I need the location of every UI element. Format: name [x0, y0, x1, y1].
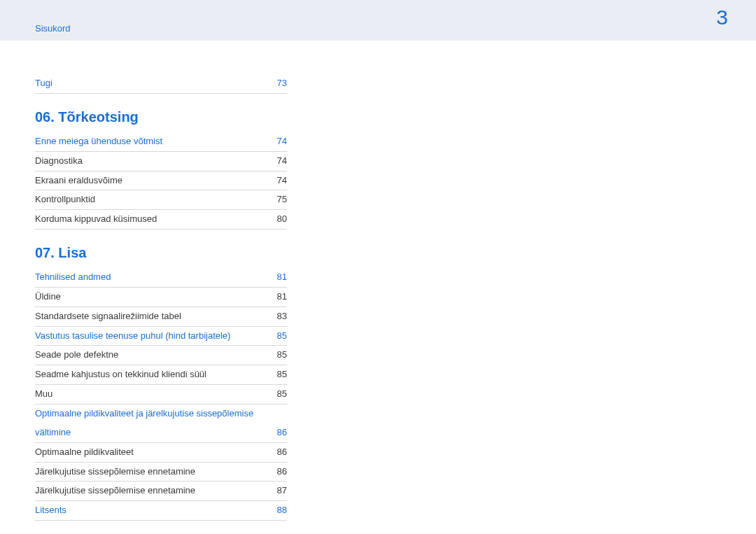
- toc-row: Standardsete signaalirežiimide tabel83: [35, 307, 287, 327]
- toc-row: Diagnostika74: [35, 152, 287, 171]
- section-title: 06. Tõrkeotsing: [35, 109, 287, 125]
- toc-row-page: 85: [267, 368, 287, 381]
- toc-row-page: 86: [267, 446, 287, 459]
- toc-row-page: 87: [267, 484, 287, 498]
- toc-row-page: 86: [267, 426, 287, 440]
- toc-row-label: Diagnostika: [35, 155, 267, 168]
- toc-row-label: Enne meiega ühenduse võtmist: [35, 135, 267, 148]
- toc-row-label: Korduma kippuvad küsimused: [35, 213, 267, 226]
- toc-row: Kontrollpunktid75: [35, 190, 287, 210]
- toc-row: Seade pole defektne85: [35, 346, 287, 365]
- toc-row-page: 85: [267, 349, 287, 362]
- toc-row-page: 75: [267, 193, 287, 206]
- toc-row[interactable]: Tehnilised andmed81: [35, 268, 287, 288]
- toc-row-label: Tugi: [35, 77, 267, 90]
- toc-row-page: 81: [267, 290, 287, 304]
- toc-row[interactable]: Enne meiega ühenduse võtmist74: [35, 132, 287, 152]
- toc-row: Muu85: [35, 385, 287, 405]
- toc-row-label: Vastutus tasulise teenuse puhul (hind ta…: [35, 330, 267, 343]
- toc-row[interactable]: vältimine86: [35, 423, 287, 443]
- toc-row-label: Üldine: [35, 290, 267, 304]
- toc-row-page: 80: [267, 213, 287, 226]
- toc-row-label: Optimaalne pildikvaliteet ja järelkujuti…: [35, 407, 267, 421]
- toc-content: Tugi7306. TõrkeotsingEnne meiega ühendus…: [0, 41, 287, 521]
- toc-row-page: 88: [267, 504, 287, 517]
- toc-row-label: Standardsete signaalirežiimide tabel: [35, 310, 267, 323]
- toc-row-label: Seade pole defektne: [35, 349, 267, 362]
- toc-row[interactable]: Tugi73: [35, 74, 287, 94]
- toc-row-page: 86: [267, 465, 287, 479]
- toc-row-label: Seadme kahjustus on tekkinud kliendi süü…: [35, 368, 267, 381]
- toc-row-label: Tehnilised andmed: [35, 271, 267, 284]
- toc-row-label: Litsents: [35, 504, 267, 517]
- toc-row-label: Järelkujutise sissepõlemise ennetamine: [35, 484, 267, 498]
- toc-row: Järelkujutise sissepõlemise ennetamine87: [35, 482, 287, 501]
- toc-row[interactable]: Litsents88: [35, 501, 287, 521]
- toc-row-label: Järelkujutise sissepõlemise ennetamine: [35, 465, 267, 479]
- toc-row-page: 73: [267, 77, 287, 90]
- toc-row-page: 85: [267, 388, 287, 401]
- toc-row: Optimaalne pildikvaliteet86: [35, 443, 287, 463]
- toc-row: Seadme kahjustus on tekkinud kliendi süü…: [35, 365, 287, 385]
- toc-row-page: 81: [267, 271, 287, 284]
- toc-row[interactable]: Optimaalne pildikvaliteet ja järelkujuti…: [35, 405, 287, 423]
- toc-row-page: 83: [267, 310, 287, 323]
- header-bar: Sisukord 3: [0, 0, 756, 41]
- toc-row: Üldine81: [35, 288, 287, 307]
- toc-row[interactable]: Vastutus tasulise teenuse puhul (hind ta…: [35, 327, 287, 346]
- toc-row-page: 85: [267, 330, 287, 343]
- toc-row: Järelkujutise sissepõlemise ennetamine86: [35, 463, 287, 482]
- toc-row: Korduma kippuvad küsimused80: [35, 210, 287, 230]
- toc-row-label: Optimaalne pildikvaliteet: [35, 446, 267, 459]
- toc-row-label: Kontrollpunktid: [35, 193, 267, 206]
- toc-row-label: Muu: [35, 388, 267, 401]
- toc-row-page: 74: [267, 135, 287, 148]
- toc-row-label: vältimine: [35, 426, 267, 440]
- toc-row-label: Ekraani eraldusvõime: [35, 174, 267, 188]
- header-contents-link[interactable]: Sisukord: [35, 23, 71, 34]
- section-title: 07. Lisa: [35, 245, 287, 261]
- toc-row-page: 74: [267, 155, 287, 168]
- page-number: 3: [716, 6, 728, 29]
- toc-row: Ekraani eraldusvõime74: [35, 171, 287, 191]
- toc-row-page: 74: [267, 174, 287, 188]
